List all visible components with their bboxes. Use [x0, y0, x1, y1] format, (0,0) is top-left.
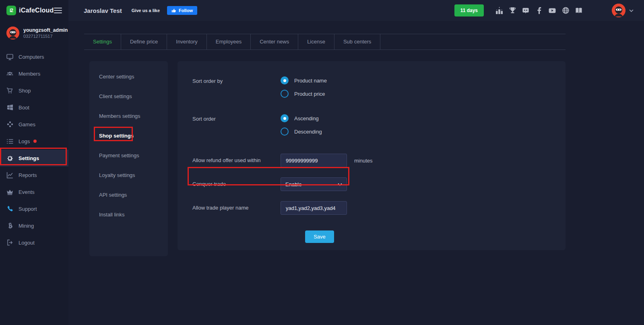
license-days-badge[interactable]: 11 days	[454, 4, 484, 16]
brand-logo-icon: i2	[6, 6, 16, 15]
members-icon	[6, 70, 13, 77]
settings-nav-client[interactable]: Client settings	[89, 86, 168, 106]
sidebar-user-block: youngzsoft_admin 032712711517	[0, 21, 68, 44]
crown-icon	[6, 189, 13, 195]
gear-icon	[6, 155, 13, 162]
monitor-icon	[6, 53, 13, 60]
tab-sub-centers[interactable]: Sub centers	[334, 34, 380, 49]
docs-book-icon[interactable]	[575, 6, 583, 14]
facebook-follow-button[interactable]: Follow	[167, 6, 197, 15]
sidebar-item-reports[interactable]: Reports	[0, 167, 68, 183]
cart-icon	[6, 87, 13, 94]
sidebar-item-shop[interactable]: Shop	[0, 82, 68, 99]
trade-players-input[interactable]	[281, 201, 347, 215]
sidebar-item-logout[interactable]: Logout	[0, 234, 68, 251]
app-root: i2 iCafeCloud Jaroslav Test Give us a li…	[0, 0, 644, 325]
radio-ascending[interactable]	[281, 114, 289, 122]
tab-license[interactable]: License	[298, 34, 334, 49]
hamburger-menu-icon[interactable]	[54, 6, 62, 15]
thumbs-up-icon	[171, 8, 176, 13]
windows-icon	[6, 104, 13, 111]
sidebar-item-computers[interactable]: Computers	[0, 48, 68, 65]
top-header: i2 iCafeCloud Jaroslav Test Give us a li…	[0, 0, 644, 21]
logs-notification-dot	[33, 140, 37, 143]
sidebar-item-boot[interactable]: Boot	[0, 99, 68, 116]
settings-nav-install[interactable]: Install links	[89, 205, 168, 224]
sidebar-avatar-icon	[6, 27, 19, 39]
list-icon	[6, 138, 13, 145]
sort-order-label: Sort order	[192, 114, 281, 141]
tab-inventory[interactable]: Inventory	[167, 34, 206, 49]
tab-center-news[interactable]: Center news	[251, 34, 298, 49]
sort-order-row: Sort order Ascending Descending	[192, 114, 566, 141]
brand-logo[interactable]: i2 iCafeCloud	[6, 6, 54, 15]
tab-bar: Settings Define price Inventory Employee…	[84, 34, 566, 50]
follow-label: Follow	[179, 8, 193, 13]
sidebar-user-name: youngzsoft_admin	[23, 27, 68, 34]
radio-product-name[interactable]	[281, 76, 289, 84]
shop-settings-panel: Sort order by Product name Product price…	[178, 61, 566, 250]
sidebar-user-id: 032712711517	[23, 34, 68, 39]
sort-order-by-row: Sort order by Product name Product price	[192, 76, 566, 103]
sidebar-item-mining[interactable]: Mining	[0, 217, 68, 234]
chevron-down-icon	[629, 9, 634, 12]
bitcoin-icon	[6, 222, 13, 229]
radio-descending[interactable]	[281, 128, 289, 136]
refund-label: Allow refund offer used within	[192, 154, 281, 167]
trophy-icon[interactable]	[508, 6, 516, 14]
tab-define-price[interactable]: Define price	[121, 34, 167, 49]
refund-row: Allow refund offer used within minutes	[192, 154, 566, 167]
settings-nav-members[interactable]: Members settings	[89, 106, 168, 126]
header-main: Jaroslav Test Give us a like Follow 11 d…	[68, 0, 644, 21]
main-content: Settings Define price Inventory Employee…	[68, 21, 644, 325]
chart-icon	[6, 172, 13, 179]
sidebar-item-settings[interactable]: Settings	[0, 150, 68, 167]
sidebar-item-events[interactable]: Events	[0, 183, 68, 200]
conquer-trade-label: Conquer trade	[192, 177, 281, 191]
user-menu[interactable]	[612, 4, 634, 17]
refund-minutes-input[interactable]	[281, 154, 347, 167]
sidebar-item-logs[interactable]: Logs	[0, 133, 68, 150]
save-button[interactable]: Save	[305, 230, 334, 243]
header-icon-row	[495, 6, 583, 14]
sidebar-item-members[interactable]: Members	[0, 65, 68, 82]
tab-settings[interactable]: Settings	[84, 34, 121, 49]
radio-product-price[interactable]	[281, 90, 289, 98]
settings-nav-api[interactable]: API settings	[89, 185, 168, 205]
trade-players-label: Allow trade player name	[192, 201, 281, 215]
trade-players-row: Allow trade player name	[192, 201, 566, 215]
refund-suffix: minutes	[354, 158, 373, 164]
youtube-icon[interactable]	[548, 6, 556, 14]
center-name: Jaroslav Test	[84, 7, 122, 14]
brand-name: iCafeCloud	[19, 7, 54, 14]
tab-employees[interactable]: Employees	[207, 34, 251, 49]
sidebar-item-games[interactable]: Games	[0, 116, 68, 133]
ranking-icon[interactable]	[495, 6, 503, 14]
header-brand-zone: i2 iCafeCloud	[0, 0, 68, 21]
settings-nav-loyalty[interactable]: Loyalty settings	[89, 165, 168, 185]
settings-section-nav: Center settings Client settings Members …	[89, 61, 168, 256]
user-avatar-icon	[612, 4, 625, 17]
logout-icon	[6, 239, 13, 246]
gamepad-icon	[6, 121, 13, 128]
chevron-down-icon	[338, 183, 342, 186]
globe-icon[interactable]	[561, 6, 570, 14]
facebook-icon[interactable]	[535, 6, 543, 14]
sidebar: youngzsoft_admin 032712711517 Computers …	[0, 21, 68, 325]
sidebar-nav: Computers Members Shop Boot Games Logs	[0, 48, 68, 251]
settings-nav-payment[interactable]: Payment settings	[89, 146, 168, 165]
settings-nav-shop[interactable]: Shop settings	[89, 126, 168, 146]
conquer-trade-row: Conquer trade Enable	[192, 177, 566, 191]
phone-icon	[6, 206, 13, 212]
sidebar-item-support[interactable]: Support	[0, 200, 68, 217]
discord-icon[interactable]	[522, 6, 530, 14]
sort-order-by-label: Sort order by	[192, 76, 281, 103]
conquer-trade-select[interactable]: Enable	[281, 177, 347, 191]
settings-nav-center[interactable]: Center settings	[89, 67, 168, 86]
give-us-a-like-label: Give us a like	[132, 8, 160, 13]
